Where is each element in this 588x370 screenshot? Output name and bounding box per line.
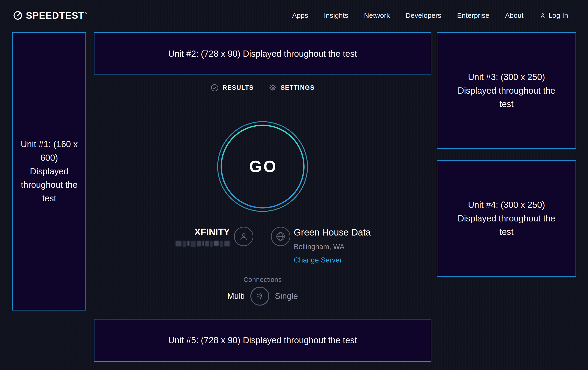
tab-results-label: RESULTS	[222, 84, 253, 91]
speedometer-gauge-icon	[13, 11, 23, 20]
ad-unit-3-text: Unit #3: (300 x 250) Displayed throughou…	[457, 70, 556, 111]
server-name: Green House Data	[294, 227, 371, 238]
logo-text: SPEEDTEST	[26, 9, 84, 22]
user-icon	[539, 12, 546, 19]
ad-unit-4-text: Unit #4: (300 x 250) Displayed throughou…	[457, 198, 556, 239]
multi-arrows-icon	[255, 291, 265, 301]
speedtest-page: SPEEDTEST ® Apps Insights Network Develo…	[0, 0, 588, 370]
tab-results[interactable]: RESULTS	[210, 83, 253, 92]
connections-label: Connections	[94, 276, 431, 283]
server-avatar	[271, 227, 290, 246]
connection-mode-toggle[interactable]	[250, 287, 269, 306]
ad-unit-3[interactable]: Unit #3: (300 x 250) Displayed throughou…	[437, 32, 576, 149]
check-circle-icon	[210, 83, 219, 92]
isp-name[interactable]: XFINITY	[176, 227, 230, 237]
ad-unit-4[interactable]: Unit #4: (300 x 250) Displayed throughou…	[437, 160, 576, 277]
speedtest-logo[interactable]: SPEEDTEST ®	[13, 9, 87, 22]
login-label: Log In	[548, 11, 568, 19]
connection-option-multi[interactable]: Multi	[227, 291, 245, 301]
gear-icon	[269, 83, 277, 92]
nav-item-enterprise[interactable]: Enterprise	[457, 11, 489, 19]
isp-block: XFINITY	[176, 227, 230, 247]
nav-item-about[interactable]: About	[505, 11, 524, 19]
tab-bar: RESULTS	[94, 83, 431, 92]
server-location: Bellingham, WA	[294, 243, 371, 251]
tab-settings[interactable]: SETTINGS	[269, 83, 315, 92]
ad-unit-1[interactable]: Unit #1: (160 x 600) Displayed throughou…	[12, 32, 86, 310]
change-server-link[interactable]: Change Server	[294, 256, 342, 264]
isp-details-redacted	[176, 241, 230, 247]
login-button[interactable]: Log In	[539, 11, 568, 19]
person-icon	[238, 231, 249, 242]
trademark-mark: ®	[85, 11, 87, 15]
connection-option-single[interactable]: Single	[275, 291, 298, 301]
globe-icon	[275, 231, 286, 242]
go-button-label: GO	[217, 121, 308, 212]
server-block: Green House Data Bellingham, WA Change S…	[294, 227, 371, 264]
go-button[interactable]: GO	[217, 121, 308, 212]
connections-section: Connections Multi Sin	[94, 276, 431, 306]
connections-toggle-row: Multi Single	[94, 287, 431, 306]
isp-avatar	[234, 227, 253, 246]
isp-server-row: XFINITY	[94, 225, 431, 276]
main-content: RESULTS	[94, 0, 431, 370]
ad-unit-1-text: Unit #1: (160 x 600) Displayed throughou…	[20, 138, 78, 205]
tab-settings-label: SETTINGS	[281, 84, 315, 91]
